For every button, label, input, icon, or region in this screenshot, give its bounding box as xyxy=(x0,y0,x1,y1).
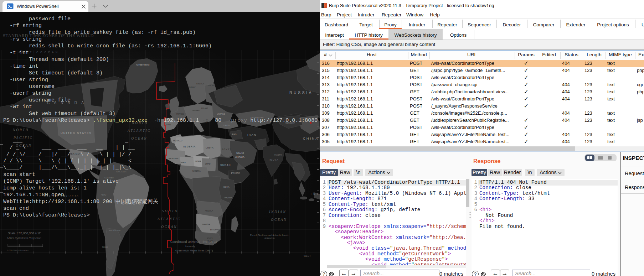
svg-text:NAMIBIA: NAMIBIA xyxy=(202,223,210,225)
svg-text:BOTSWANA: BOTSWANA xyxy=(210,229,220,231)
svg-text:OCEAN: OCEAN xyxy=(161,225,177,229)
svg-text:SOUTH: SOUTH xyxy=(207,237,213,239)
svg-text:Greenwich Mean Time (GMT): Greenwich Mean Time (GMT) xyxy=(175,249,213,252)
svg-text:Miller Cylindrical Projection: Miller Cylindrical Projection xyxy=(7,236,42,240)
svg-text:formerly: formerly xyxy=(185,245,195,248)
svg-text:CHILE: CHILE xyxy=(102,246,108,248)
svg-text:Scale 1:85,000,000 at 0°: Scale 1:85,000,000 at 0° xyxy=(8,231,41,235)
svg-text:(FRANCE): (FRANCE) xyxy=(264,237,275,239)
svg-text:Coordinated Universal Time (UT: Coordinated Universal Time (UTC) xyxy=(170,240,217,244)
svg-text:WEST: WEST xyxy=(304,255,311,257)
svg-text:ARGENTINA: ARGENTINA xyxy=(109,229,120,231)
svg-text:French Southern and Antarctic: French Southern and Antarctic Lands xyxy=(250,234,289,236)
svg-text:0 500 1000 Kilometers: 0 500 1000 Kilometers xyxy=(7,249,29,251)
